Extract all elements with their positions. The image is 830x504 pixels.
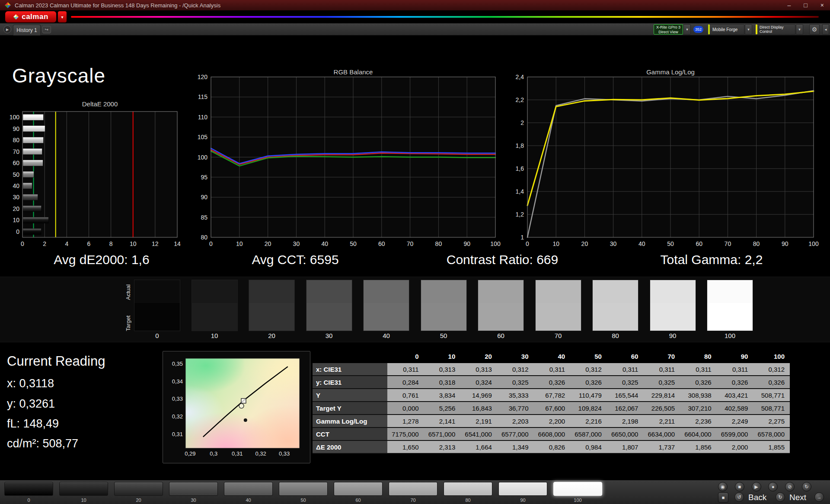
table-cell: 36,770 — [497, 402, 534, 415]
svg-text:0: 0 — [16, 228, 19, 235]
svg-text:0,33: 0,33 — [279, 450, 290, 457]
svg-text:30: 30 — [610, 240, 617, 247]
table-cell: 2,216 — [570, 415, 607, 428]
calman-menu-dropdown[interactable]: ▾ — [58, 11, 67, 22]
table-col-header: 10 — [424, 350, 461, 363]
chevron-down-icon: ▾ — [747, 27, 750, 32]
table-cell: 0,313 — [424, 363, 461, 376]
patch-label: 50 — [421, 332, 467, 339]
table-col-header: 0 — [387, 350, 424, 363]
table-cell: 2,141 — [424, 415, 461, 428]
svg-text:70: 70 — [725, 240, 731, 247]
svg-text:50: 50 — [667, 240, 674, 247]
table-cell: 0,984 — [570, 441, 607, 454]
reading-x: x: 0,3118 — [7, 377, 54, 390]
back-button[interactable]: Back — [748, 492, 766, 503]
new-tab-icon: ↪ — [45, 27, 48, 32]
continuous-measure-button[interactable]: ◉ — [718, 482, 728, 491]
table-cell: 403,421 — [717, 389, 753, 402]
table-cell: 0,324 — [460, 376, 497, 389]
table-cell: 1,807 — [607, 441, 644, 454]
display-control-dropdown[interactable]: ▾ — [796, 24, 803, 35]
table-cell: 5,256 — [424, 402, 461, 415]
svg-text:95: 95 — [201, 174, 208, 181]
level-button-0[interactable] — [4, 482, 53, 496]
meter-dropdown[interactable]: ▾ — [683, 24, 691, 35]
patch-label: 80 — [592, 332, 638, 339]
patch-label: 30 — [306, 332, 352, 339]
level-button-label: 0 — [4, 498, 53, 503]
meter-button[interactable]: X-Rite i1Pro 3 Direct View — [654, 24, 683, 35]
patch-label: 60 — [478, 332, 524, 339]
table-cell: 6604,000 — [680, 428, 717, 441]
gamma-loglog-chart: 11,21,41,61,822,22,401020304050607080901… — [507, 69, 822, 252]
new-history-button[interactable]: ↪ — [42, 26, 51, 33]
svg-text:1,4: 1,4 — [516, 188, 524, 195]
source-dropdown[interactable]: ▾ — [745, 24, 752, 35]
stop-button[interactable]: ■ — [718, 492, 728, 503]
level-button-20[interactable] — [114, 482, 163, 496]
svg-text:0: 0 — [209, 240, 213, 247]
level-button-90[interactable] — [498, 482, 547, 496]
record-measure-button[interactable]: ● — [768, 482, 778, 491]
calman-logo-text: calman — [22, 13, 48, 21]
svg-text:0,32: 0,32 — [255, 450, 266, 457]
grayscale-patch-70 — [535, 280, 581, 331]
table-col-header: 70 — [643, 350, 680, 363]
table-row-label: ΔE 2000 — [313, 441, 387, 454]
level-button-60[interactable] — [334, 482, 383, 496]
reading-fl: fL: 148,49 — [7, 417, 59, 431]
svg-text:20: 20 — [581, 240, 588, 247]
level-button-30[interactable] — [169, 482, 218, 496]
avg-de2000-value: Avg dE2000: 1,6 — [17, 252, 186, 267]
svg-text:2,2: 2,2 — [516, 96, 524, 103]
svg-text:0,35: 0,35 — [172, 360, 183, 367]
level-button-40[interactable] — [224, 482, 273, 496]
display-control-button[interactable]: Direct Display Control — [756, 24, 795, 35]
chevron-down-icon: ▾ — [61, 15, 63, 19]
next-icon[interactable]: ↻ — [776, 492, 785, 502]
table-cell: 0,313 — [460, 363, 497, 376]
svg-text:100: 100 — [808, 240, 819, 247]
level-button-70[interactable] — [389, 482, 437, 496]
table-cell: 0,826 — [534, 441, 571, 454]
level-button-50[interactable] — [279, 482, 328, 496]
table-cell: 0,311 — [643, 363, 680, 376]
svg-text:80: 80 — [435, 240, 442, 247]
table-cell: 2,313 — [424, 441, 461, 454]
level-button-80[interactable] — [444, 482, 492, 496]
close-button[interactable]: × — [820, 2, 824, 9]
stop-measure-button[interactable]: ■ — [735, 482, 744, 491]
table-cell: 2,000 — [717, 441, 753, 454]
svg-text:80: 80 — [13, 137, 19, 144]
svg-text:90: 90 — [463, 240, 470, 247]
table-cell: 6577,000 — [497, 428, 534, 441]
table-cell: 67,782 — [534, 389, 571, 402]
level-button-100[interactable] — [553, 482, 602, 496]
level-button-label: 40 — [224, 498, 273, 503]
table-cell: 7175,000 — [387, 428, 424, 441]
tab-history-1[interactable]: History 1 — [13, 25, 41, 35]
svg-text:2,4: 2,4 — [516, 73, 524, 80]
go-icon[interactable]: → — [814, 492, 824, 502]
source-button[interactable]: Mobile Forge — [708, 24, 744, 35]
patch-label: 10 — [192, 332, 238, 339]
single-measure-button[interactable]: ▶ — [752, 482, 761, 491]
table-cell: 0,284 — [387, 376, 424, 389]
disable-measure-button[interactable]: ⊘ — [785, 482, 795, 491]
table-col-header: 100 — [753, 350, 790, 363]
maximize-button[interactable]: □ — [804, 2, 807, 9]
svg-text:12: 12 — [152, 240, 159, 247]
back-icon[interactable]: ↺ — [734, 492, 744, 502]
settings-button[interactable]: ⚙ — [809, 24, 820, 35]
history-expand-button[interactable]: ▶ — [3, 26, 11, 33]
minimize-button[interactable]: – — [788, 2, 791, 9]
level-button-10[interactable] — [59, 482, 108, 496]
table-cell: 2,249 — [717, 415, 753, 428]
repeat-measure-button[interactable]: ↻ — [802, 482, 811, 491]
next-button[interactable]: Next — [789, 492, 806, 503]
table-cell: 307,210 — [680, 402, 717, 415]
table-cell: 1,278 — [387, 415, 424, 428]
calman-logo-button[interactable]: calman — [5, 11, 56, 22]
collapse-panel-button[interactable]: ◂ — [822, 24, 829, 35]
